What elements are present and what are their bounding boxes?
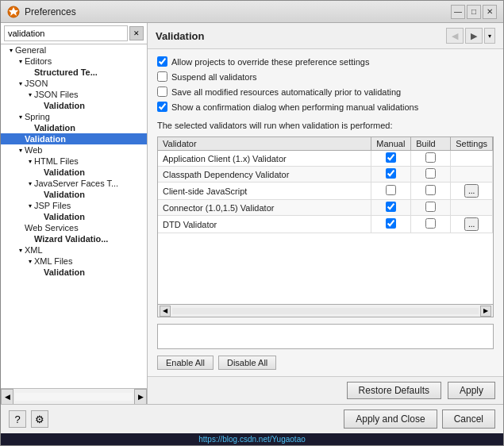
sidebar-item-html-files[interactable]: ▾ HTML Files bbox=[1, 156, 147, 167]
sidebar-item-xml[interactable]: ▾ XML bbox=[1, 244, 147, 256]
col-header-settings: Settings bbox=[451, 137, 493, 151]
spacer bbox=[36, 213, 44, 221]
dialog-footer: ? ⚙ Apply and Close Cancel bbox=[1, 404, 503, 433]
nav-buttons: ◀ ▶ ▾ bbox=[446, 28, 495, 44]
sidebar-item-json[interactable]: ▾ JSON bbox=[1, 78, 147, 89]
table-scroll-area[interactable]: Validator Manual Build Settings Applicat… bbox=[158, 137, 493, 304]
apply-and-close-button[interactable]: Apply and Close bbox=[344, 409, 437, 429]
expand-icon: ▾ bbox=[17, 246, 25, 254]
suspend-all-checkbox[interactable] bbox=[157, 71, 167, 82]
minimize-button[interactable]: — bbox=[451, 5, 465, 19]
nav-dropdown-button[interactable]: ▾ bbox=[484, 28, 495, 44]
settings-button[interactable]: ... bbox=[464, 184, 479, 198]
settings-button[interactable]: ⚙ bbox=[31, 410, 48, 428]
hscroll-track bbox=[172, 308, 479, 314]
validator-name: Application Client (1.x) Validator bbox=[158, 151, 371, 167]
spacer bbox=[36, 190, 44, 198]
settings-cell[interactable]: ... bbox=[451, 216, 493, 233]
sidebar-item-spring[interactable]: ▾ Spring bbox=[1, 111, 147, 122]
tree-container: ▾ General ▾ Editors Structured Te... ▾ J… bbox=[1, 44, 147, 388]
spacer bbox=[26, 235, 34, 243]
sidebar-item-general[interactable]: ▾ General bbox=[1, 44, 147, 56]
manual-cell[interactable] bbox=[371, 216, 411, 233]
sidebar-item-json-files[interactable]: ▾ JSON Files bbox=[1, 89, 147, 100]
enable-all-button[interactable]: Enable All bbox=[157, 356, 214, 370]
sidebar-item-jsp-validation[interactable]: Validation bbox=[1, 211, 147, 222]
sidebar-item-json-validation[interactable]: Validation bbox=[1, 100, 147, 111]
build-cell[interactable] bbox=[411, 151, 451, 167]
sidebar-item-label: Editors bbox=[25, 56, 52, 66]
save-all-checkbox[interactable] bbox=[157, 87, 167, 97]
close-button[interactable]: ✕ bbox=[483, 5, 497, 19]
build-cell[interactable] bbox=[411, 167, 451, 183]
footer-icons: ? ⚙ bbox=[9, 410, 339, 428]
expand-icon: ▾ bbox=[17, 113, 25, 121]
restore-defaults-button[interactable]: Restore Defaults bbox=[347, 382, 441, 399]
build-cell[interactable] bbox=[411, 216, 451, 233]
sidebar-item-label: Structured Te... bbox=[34, 67, 98, 77]
app-icon bbox=[7, 6, 20, 18]
sidebar-item-xml-validation[interactable]: Validation bbox=[1, 267, 147, 278]
validator-name: DTD Validator bbox=[158, 216, 371, 233]
spacer bbox=[36, 168, 44, 176]
search-clear-button[interactable]: ✕ bbox=[129, 26, 144, 40]
validator-section-label: The selected validators will run when va… bbox=[157, 121, 494, 130]
sidebar-item-label: JSP Files bbox=[34, 201, 71, 210]
sidebar-item-label: Validation bbox=[44, 267, 85, 277]
sidebar-item-jsf[interactable]: ▾ JavaServer Faces T... bbox=[1, 178, 147, 189]
sidebar-item-structured-text[interactable]: Structured Te... bbox=[1, 67, 147, 78]
expand-icon: ▾ bbox=[26, 157, 34, 165]
allow-override-checkbox[interactable] bbox=[157, 56, 167, 67]
cancel-button[interactable]: Cancel bbox=[442, 409, 495, 429]
settings-button[interactable]: ... bbox=[464, 217, 479, 231]
allow-override-label: Allow projects to override these prefere… bbox=[171, 57, 369, 67]
sidebar-item-web-services[interactable]: Web Services bbox=[1, 222, 147, 233]
sidebar-item-label: Wizard Validatio... bbox=[34, 234, 108, 244]
sidebar-item-validation[interactable]: Validation bbox=[1, 133, 147, 144]
validator-name: Client-side JavaScript bbox=[158, 183, 371, 200]
sidebar-item-label: Validation bbox=[44, 190, 85, 199]
sidebar-item-html-validation[interactable]: Validation bbox=[1, 167, 147, 178]
sidebar-item-label: JavaServer Faces T... bbox=[34, 179, 118, 188]
sidebar-item-label: Validation bbox=[44, 167, 85, 177]
sidebar-item-editors[interactable]: ▾ Editors bbox=[1, 56, 147, 67]
nav-back-button[interactable]: ◀ bbox=[446, 28, 464, 44]
sidebar-hscrollbar: ◀ ▶ bbox=[1, 388, 147, 404]
table-row: Classpath Dependency Validator bbox=[158, 167, 493, 183]
sidebar-item-xml-files[interactable]: ▾ XML Files bbox=[1, 256, 147, 267]
hscroll-right-button[interactable]: ▶ bbox=[480, 306, 491, 317]
save-all-label: Save all modified resources automaticall… bbox=[171, 87, 401, 97]
enable-disable-row: Enable All Disable All bbox=[157, 356, 494, 370]
spacer bbox=[17, 135, 25, 143]
checkbox-row-save-all: Save all modified resources automaticall… bbox=[157, 86, 494, 98]
sidebar-item-web[interactable]: ▾ Web bbox=[1, 144, 147, 156]
scroll-track bbox=[15, 393, 133, 401]
sidebar-item-wizard-validation[interactable]: Wizard Validatio... bbox=[1, 233, 147, 244]
nav-forward-button[interactable]: ▶ bbox=[465, 28, 483, 44]
settings-cell bbox=[451, 200, 493, 216]
manual-cell[interactable] bbox=[371, 200, 411, 216]
spacer bbox=[36, 268, 44, 276]
apply-button[interactable]: Apply bbox=[448, 382, 495, 399]
settings-cell[interactable]: ... bbox=[451, 183, 493, 200]
manual-cell[interactable] bbox=[371, 183, 411, 200]
hscroll-left-button[interactable]: ◀ bbox=[160, 306, 171, 317]
build-cell[interactable] bbox=[411, 183, 451, 200]
sidebar-item-label: Validation bbox=[34, 123, 75, 133]
checkbox-row-allow-override: Allow projects to override these prefere… bbox=[157, 56, 494, 67]
build-cell[interactable] bbox=[411, 200, 451, 216]
scroll-right-button[interactable]: ▶ bbox=[134, 389, 147, 405]
manual-cell[interactable] bbox=[371, 167, 411, 183]
manual-cell[interactable] bbox=[371, 151, 411, 167]
expand-icon: ▾ bbox=[26, 90, 34, 98]
scroll-left-button[interactable]: ◀ bbox=[1, 389, 13, 405]
disable-all-button[interactable]: Disable All bbox=[218, 356, 276, 370]
sidebar-item-spring-validation[interactable]: Validation bbox=[1, 122, 147, 133]
sidebar-item-jsp-files[interactable]: ▾ JSP Files bbox=[1, 200, 147, 211]
maximize-button[interactable]: □ bbox=[467, 5, 481, 19]
search-input[interactable] bbox=[4, 25, 128, 41]
help-button[interactable]: ? bbox=[9, 410, 26, 428]
sidebar-item-jsf-validation[interactable]: Validation bbox=[1, 189, 147, 200]
titlebar: Preferences — □ ✕ bbox=[1, 1, 503, 23]
show-confirmation-checkbox[interactable] bbox=[157, 102, 167, 112]
